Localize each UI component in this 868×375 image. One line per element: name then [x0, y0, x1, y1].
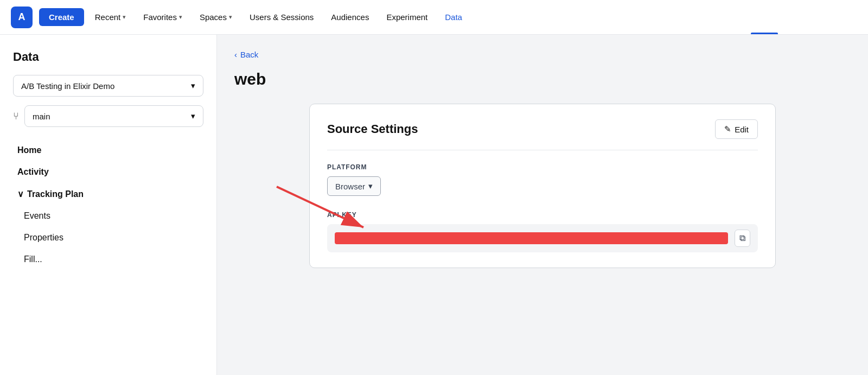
logo-icon[interactable]: A [11, 7, 33, 28]
chevron-down-icon: ▾ [191, 111, 195, 121]
sidebar-title: Data [13, 50, 203, 64]
chevron-down-icon: ▾ [191, 81, 195, 91]
nav-audiences[interactable]: Audiences [324, 8, 375, 26]
back-label: Back [240, 50, 258, 59]
branch-name: main [33, 112, 50, 121]
nav-experiment[interactable]: Experiment [380, 8, 434, 26]
branch-select[interactable]: main ▾ [24, 105, 203, 127]
project-select[interactable]: A/B Testing in Elixir Demo ▾ [13, 75, 203, 97]
chevron-down-icon: ∨ [17, 189, 24, 199]
project-name: A/B Testing in Elixir Demo [21, 81, 114, 91]
chevron-down-icon: ▾ [229, 14, 232, 21]
top-nav: A Create Recent ▾ Favorites ▾ Spaces ▾ U… [0, 0, 868, 35]
sidebar-nav: Home Activity ∨ Tracking Plan Events Pro… [13, 140, 203, 270]
sidebar-item-tracking-plan[interactable]: ∨ Tracking Plan [13, 183, 203, 205]
edit-label: Edit [735, 125, 749, 134]
chevron-down-icon: ▾ [368, 181, 373, 191]
nav-favorites[interactable]: Favorites ▾ [137, 8, 189, 26]
create-button[interactable]: Create [39, 8, 84, 26]
api-key-bar [335, 232, 728, 244]
chevron-left-icon: ‹ [234, 50, 237, 59]
sidebar: Data A/B Testing in Elixir Demo ▾ ⑂ main… [0, 35, 217, 375]
branch-icon: ⑂ [13, 111, 19, 122]
platform-select[interactable]: Browser ▾ [327, 176, 381, 196]
api-key-row: ⧉ [327, 224, 758, 252]
sidebar-item-properties[interactable]: Properties [13, 227, 203, 248]
sidebar-group-label: Tracking Plan [27, 189, 84, 199]
copy-button[interactable]: ⧉ [735, 230, 750, 247]
copy-icon: ⧉ [739, 233, 745, 243]
sidebar-item-fill[interactable]: Fill... [13, 249, 203, 270]
inner-content: Source Settings ✎ Edit PLATFORM Browser … [234, 104, 851, 268]
page-title: web [234, 70, 851, 88]
settings-card-header: Source Settings ✎ Edit [327, 119, 758, 150]
chevron-down-icon: ▾ [179, 14, 182, 21]
settings-card-title: Source Settings [327, 122, 418, 136]
platform-field: PLATFORM Browser ▾ [327, 163, 758, 209]
settings-card: Source Settings ✎ Edit PLATFORM Browser … [309, 104, 776, 268]
sidebar-item-events[interactable]: Events [13, 206, 203, 226]
api-key-label: API KEY [327, 211, 758, 219]
branch-select-row: ⑂ main ▾ [13, 105, 203, 127]
platform-label: PLATFORM [327, 163, 758, 171]
layout: Data A/B Testing in Elixir Demo ▾ ⑂ main… [0, 35, 868, 375]
sidebar-item-activity[interactable]: Activity [13, 162, 203, 182]
sidebar-item-home[interactable]: Home [13, 140, 203, 161]
back-link[interactable]: ‹ Back [234, 50, 851, 59]
nav-data[interactable]: Data [438, 8, 469, 26]
platform-value: Browser [335, 182, 365, 191]
nav-recent[interactable]: Recent ▾ [88, 8, 133, 26]
nav-active-underline [751, 33, 778, 34]
chevron-down-icon: ▾ [123, 14, 126, 21]
pencil-icon: ✎ [724, 124, 731, 134]
nav-users-sessions[interactable]: Users & Sessions [243, 8, 320, 26]
nav-spaces[interactable]: Spaces ▾ [193, 8, 239, 26]
main-content: ‹ Back web Source Settings ✎ Edit [217, 35, 868, 375]
api-key-section: API KEY ⧉ [327, 211, 758, 252]
edit-button[interactable]: ✎ Edit [715, 119, 758, 139]
